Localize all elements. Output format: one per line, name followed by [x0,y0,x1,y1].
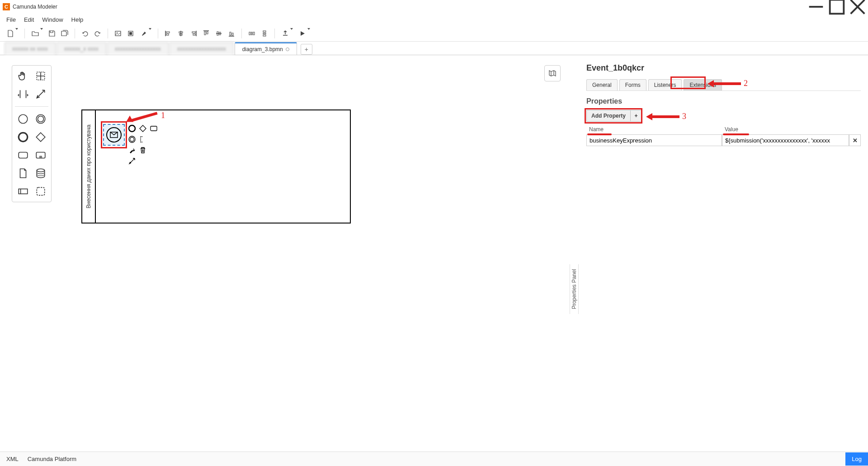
hand-tool-icon[interactable] [16,69,30,83]
bpmn-participant[interactable]: Внесення даних про користувача [81,109,351,223]
callout-2: 2 [708,79,748,88]
svg-rect-30 [263,33,266,34]
redo-button[interactable] [92,28,103,39]
titlebar: C Camunda Modeler [0,0,868,14]
header-name: Name [586,126,722,133]
ctx-connect-icon[interactable] [127,157,137,166]
tab-blurred-4[interactable]: xxxxxxxxxxxxxxxxxx [170,42,234,55]
ptab-forms[interactable]: Forms [619,79,646,90]
svg-rect-7 [129,32,132,35]
properties-panel-collapse[interactable]: Properties Panel [570,264,579,314]
callout-3: 3 [646,112,686,121]
property-value-input[interactable] [722,134,849,146]
plus-icon: + [631,110,642,121]
align-bottom-button[interactable] [226,28,237,39]
app-icon: C [3,3,10,10]
space-tool-icon[interactable] [16,87,30,101]
toolbar-separator [241,29,242,38]
element-templates-button[interactable] [125,28,136,39]
menu-help[interactable]: Help [68,15,87,24]
message-start-event[interactable] [103,124,125,146]
properties-panel: Event_1b0qkcr General Forms Listeners Ex… [579,55,868,442]
canvas[interactable]: Внесення даних про користувача [0,55,570,442]
element-id: Event_1b0qkcr [586,63,861,73]
ctx-annotation-icon[interactable] [138,135,147,144]
menu-window[interactable]: Window [38,15,66,24]
menu-edit[interactable]: Edit [20,15,38,24]
open-file-button[interactable] [29,28,45,39]
tab-blurred-1[interactable]: xxxxxx xx xxxx [5,42,56,55]
tab-blurred-2[interactable]: xxxxxx_x xxxx [57,42,106,55]
toolbar-separator [108,29,108,38]
property-name-input[interactable] [586,134,722,146]
svg-rect-28 [253,32,255,35]
distribute-h-button[interactable] [246,28,257,39]
minimize-button[interactable] [806,0,826,14]
minimap-toggle[interactable] [544,65,561,81]
toolbar-separator [274,29,275,38]
ctx-task-icon[interactable] [149,124,158,133]
svg-rect-41 [19,189,28,194]
lasso-tool-icon[interactable] [34,69,47,83]
start-event-icon[interactable] [16,112,30,126]
group-icon[interactable] [34,185,47,198]
start-button[interactable] [297,28,312,39]
data-object-icon[interactable] [16,166,30,180]
align-center-button[interactable] [175,28,186,39]
start-event-circle-icon [106,127,122,143]
save-button[interactable] [47,28,57,39]
properties-table: Name Value ✕ [586,126,861,146]
menu-file[interactable]: File [3,15,19,24]
ctx-intermediate-icon[interactable] [127,135,137,144]
svg-rect-31 [263,35,266,36]
add-tab-button[interactable]: + [301,44,312,55]
lane-label: Внесення даних про користувача [82,110,96,223]
gateway-icon[interactable] [34,130,47,144]
align-left-button[interactable] [163,28,174,39]
tabstrip: xxxxxx xx xxxx xxxxxx_x xxxx xxxxxxxxxxx… [0,42,868,55]
svg-rect-25 [232,33,233,35]
ptab-listeners[interactable]: Listeners [648,79,682,90]
intermediate-event-icon[interactable] [34,112,47,126]
distribute-v-button[interactable] [259,28,270,39]
pool-icon[interactable] [16,185,30,198]
ptab-general[interactable]: General [586,79,618,90]
status-left: XML Camunda Platform [6,456,76,462]
status-platform[interactable]: Camunda Platform [28,456,76,462]
tab-active[interactable]: diagram_3.bpmn [235,42,297,55]
new-file-button[interactable] [5,28,20,39]
align-top-button[interactable] [201,28,212,39]
status-xml[interactable]: XML [6,456,19,462]
svg-rect-29 [263,31,266,32]
ctx-empty2 [149,146,158,155]
align-middle-button[interactable] [213,28,224,39]
add-property-button[interactable]: Add Property + [586,110,642,122]
log-button[interactable]: Log [845,452,868,466]
svg-rect-10 [166,34,169,35]
ctx-gateway-icon[interactable] [138,124,147,133]
delete-property-button[interactable]: ✕ [849,134,861,146]
ctx-wrench-icon[interactable] [127,146,137,155]
header-value: Value [722,126,861,133]
svg-rect-24 [230,32,231,35]
color-button[interactable] [138,28,153,39]
undo-button[interactable] [80,28,90,39]
image-button[interactable] [113,28,123,39]
tab-blurred-3[interactable]: xxxxxxxxxxxxxxxxx [107,42,169,55]
toolbar [0,25,868,42]
svg-point-33 [19,114,28,124]
data-store-icon[interactable] [34,166,47,180]
end-event-icon[interactable] [16,130,30,144]
task-icon[interactable] [16,148,30,162]
close-button[interactable] [847,0,868,14]
align-right-button[interactable] [188,28,199,39]
save-all-button[interactable] [59,28,70,39]
connect-tool-icon[interactable] [34,87,47,101]
svg-point-40 [37,169,44,172]
maximize-button[interactable] [826,0,847,14]
ctx-end-event-icon[interactable] [127,124,137,133]
deploy-button[interactable] [279,28,295,39]
ctx-trash-icon[interactable] [138,146,147,155]
subprocess-icon[interactable] [34,148,47,162]
spacer [0,442,868,452]
